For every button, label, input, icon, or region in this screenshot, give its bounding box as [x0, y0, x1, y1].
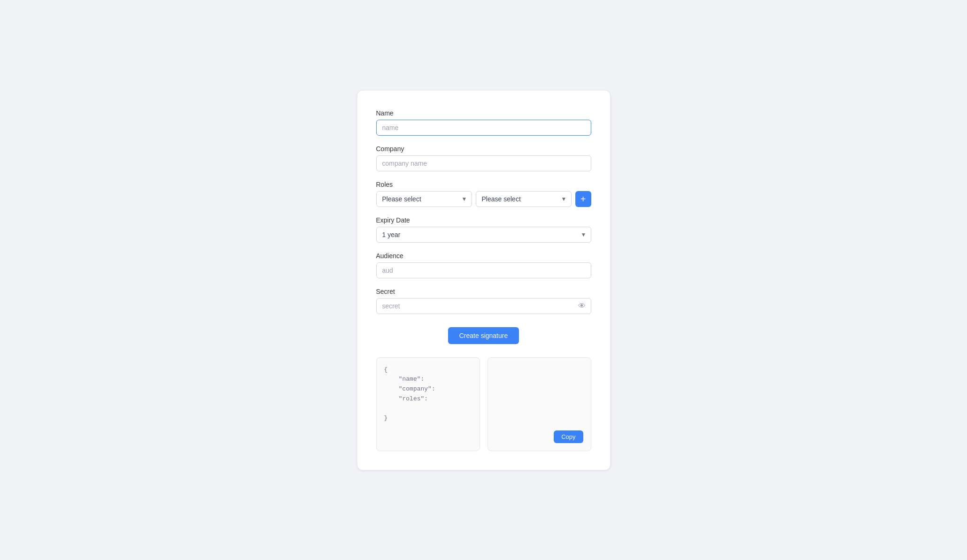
audience-input[interactable]: [376, 262, 591, 278]
secret-input[interactable]: [376, 298, 591, 314]
company-input[interactable]: [376, 155, 591, 171]
roles-select1-wrapper: Please select ▼: [376, 191, 472, 207]
expiry-select[interactable]: 1 year 6 months 3 months 1 month Never: [376, 227, 591, 243]
json-content: { "name": "company": "roles": }: [384, 365, 472, 424]
secret-group: Secret 👁: [376, 288, 591, 314]
roles-group: Roles Please select ▼ Please select ▼ +: [376, 181, 591, 207]
create-signature-button[interactable]: Create signature: [448, 327, 519, 344]
name-group: Name: [376, 109, 591, 136]
create-btn-container: Create signature: [376, 327, 591, 344]
audience-label: Audience: [376, 252, 591, 260]
secret-label: Secret: [376, 288, 591, 295]
add-role-button[interactable]: +: [575, 191, 591, 207]
token-output-box: Copy: [487, 357, 591, 451]
company-group: Company: [376, 145, 591, 171]
roles-row: Please select ▼ Please select ▼ +: [376, 191, 591, 207]
audience-group: Audience: [376, 252, 591, 278]
expiry-group: Expiry Date 1 year 6 months 3 months 1 m…: [376, 216, 591, 243]
output-row: { "name": "company": "roles": } Copy: [376, 357, 591, 451]
name-label: Name: [376, 109, 591, 117]
json-output-box: { "name": "company": "roles": }: [376, 357, 480, 451]
expiry-label: Expiry Date: [376, 216, 591, 224]
company-label: Company: [376, 145, 591, 153]
secret-wrapper: 👁: [376, 298, 591, 314]
roles-select1[interactable]: Please select: [376, 191, 472, 207]
copy-button[interactable]: Copy: [554, 430, 583, 443]
main-card: Name Company Roles Please select ▼ Pleas…: [357, 90, 611, 470]
name-input[interactable]: [376, 120, 591, 136]
expiry-select-wrapper: 1 year 6 months 3 months 1 month Never ▼: [376, 227, 591, 243]
roles-select2-wrapper: Please select ▼: [476, 191, 572, 207]
roles-select2[interactable]: Please select: [476, 191, 572, 207]
roles-label: Roles: [376, 181, 591, 188]
eye-icon[interactable]: 👁: [578, 302, 586, 310]
